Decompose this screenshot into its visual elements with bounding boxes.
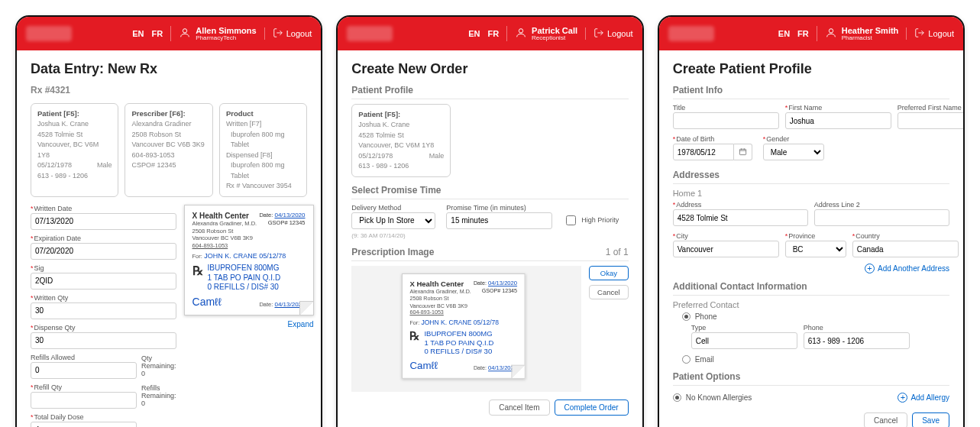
radio-on-icon (682, 312, 691, 321)
refill-qty-input[interactable] (31, 392, 137, 409)
logout-button[interactable]: Logout (906, 27, 954, 40)
rx-doctor: Alexandra Gradiner, M.D. (409, 288, 471, 295)
dispense-qty-input[interactable] (31, 332, 176, 349)
patient-addr1: 4528 Tolmie St (37, 130, 112, 141)
phone-num-input[interactable] (804, 332, 910, 349)
prescriber-id: CSPO# 12345 (131, 160, 205, 171)
cancel-item-button[interactable]: Cancel Item (489, 400, 549, 416)
contact-email-radio[interactable]: Email (682, 355, 949, 364)
user-block[interactable]: Heather Smith Pharmacist (817, 26, 899, 42)
product-line2: Ibuprofen 800 mg Tablet (226, 130, 300, 150)
pref-contact-label: Preferred Contact (673, 300, 949, 309)
cancel-image-button[interactable]: Cancel (589, 285, 629, 299)
rx-number: Rx #4321 (31, 85, 307, 99)
page-title: Create Patient Profile (673, 61, 949, 77)
lang-en[interactable]: EN (468, 29, 480, 38)
city-label: City (673, 232, 779, 240)
user-role: Receptionist (532, 35, 577, 42)
rx-signature: Camℓℓ (409, 360, 438, 373)
high-priority-checkbox[interactable] (566, 215, 576, 225)
delivery-select[interactable]: Pick Up In Store (351, 212, 435, 229)
promise-input[interactable] (446, 212, 552, 229)
sig-input[interactable] (31, 273, 176, 290)
written-date-input[interactable] (31, 213, 176, 230)
total-daily-label: Total Daily Dose (31, 413, 137, 421)
complete-order-button[interactable]: Complete Order (555, 400, 629, 416)
logo (26, 26, 72, 41)
country-input[interactable] (852, 241, 959, 257)
logout-label: Logout (607, 29, 633, 38)
add-allergy-link[interactable]: +Add Allergy (898, 393, 949, 403)
line2-input[interactable] (814, 209, 949, 226)
user-icon (825, 27, 837, 40)
user-role: Pharmacist (842, 35, 899, 42)
expiration-date-input[interactable] (31, 243, 176, 260)
patient-sex: Male (429, 151, 445, 162)
section-addresses: Addresses (673, 170, 949, 184)
rx-image: X Health Center Alexandra Gradiner, M.D.… (402, 273, 526, 379)
prescriber-card[interactable]: Prescriber [F6]: Alexandra Gradiner 2508… (125, 103, 212, 197)
expand-link[interactable]: Expand (184, 320, 314, 328)
svg-point-0 (183, 29, 187, 33)
patient-sex: Male (97, 160, 112, 171)
logout-button[interactable]: Logout (585, 27, 633, 40)
section-promise: Select Promise Time (351, 185, 628, 199)
pref-input[interactable] (898, 112, 963, 129)
patient-addr1: 4528 Tolmie St (358, 131, 444, 141)
lang-fr[interactable]: FR (797, 29, 809, 38)
rx-for: JOHN K. CRANE 05/12/78 (204, 252, 286, 260)
rx-center: X Health Center (409, 280, 471, 287)
written-qty-label: Written Qty (31, 294, 176, 302)
lang-en[interactable]: EN (132, 29, 144, 38)
save-button[interactable]: Save (912, 412, 949, 427)
rx-bdate-label: Date: (259, 301, 273, 308)
lang-en[interactable]: EN (778, 29, 790, 38)
patient-card[interactable]: Patient [F5]: Joshua K. Crane 4528 Tolmi… (31, 103, 118, 197)
user-block[interactable]: Patrick Call Receptionist (506, 26, 577, 42)
section-image: Prescription Image (351, 247, 434, 257)
screen-data-entry: EN FR Allen Simmons PharmacyTech Logout … (15, 15, 322, 427)
title-input[interactable] (673, 112, 779, 129)
rx-symbol-icon: ℞ (192, 264, 203, 278)
product-card[interactable]: Product Written [F7] Ibuprofen 800 mg Ta… (219, 103, 307, 197)
prescriber-addr2: Vancouver BC V6B 3K9 (131, 140, 205, 150)
refills-allowed-input[interactable] (31, 362, 137, 379)
contact-phone-radio[interactable]: Phone (682, 312, 949, 321)
no-allergies-radio[interactable]: No Known Allergies (673, 393, 752, 402)
section-image-row: Prescription Image 1 of 1 (351, 247, 628, 261)
phone-type-input[interactable] (691, 332, 797, 349)
rx-phone: 604-893-1053 (409, 309, 471, 316)
logout-icon (914, 27, 925, 40)
city-input[interactable] (673, 241, 779, 257)
patient-card[interactable]: Patient [F5]: Joshua K. Crane 4528 Tolmi… (351, 104, 451, 177)
dob-input[interactable] (673, 144, 734, 160)
logout-label: Logout (286, 29, 312, 38)
logo (347, 26, 393, 41)
patient-card-head: Patient [F5]: (358, 109, 444, 120)
pref-label: Preferred First Name (898, 104, 963, 112)
rx-date: 04/13/2020 (488, 280, 517, 286)
section-info: Patient Info (673, 85, 949, 99)
radio-on-icon (673, 393, 681, 402)
cancel-button[interactable]: Cancel (864, 412, 907, 427)
refills-remaining: Refills Remaining: 0 (141, 384, 176, 410)
lang-fr[interactable]: FR (152, 29, 163, 38)
calendar-button[interactable] (734, 144, 752, 160)
patient-dob: 05/12/1978 (358, 151, 393, 162)
address-input[interactable] (673, 209, 808, 226)
logout-button[interactable]: Logout (264, 27, 312, 40)
add-address-link[interactable]: +Add Another Address (673, 264, 949, 273)
written-date-label: Written Date (31, 205, 176, 212)
province-label: Province (785, 232, 846, 240)
okay-button[interactable]: Okay (589, 266, 629, 280)
patient-phone: 613 - 989 - 1206 (358, 161, 444, 172)
high-priority-check[interactable]: High Priority (563, 213, 619, 231)
user-block[interactable]: Allen Simmons PharmacyTech (170, 26, 256, 42)
written-qty-input[interactable] (31, 302, 176, 319)
lang-fr[interactable]: FR (487, 29, 499, 38)
gender-select[interactable]: Male (763, 144, 824, 160)
total-daily-input[interactable] (31, 422, 137, 427)
rx-for-label: For: (409, 319, 419, 326)
first-input[interactable] (785, 112, 891, 129)
province-select[interactable]: BC (785, 241, 846, 257)
